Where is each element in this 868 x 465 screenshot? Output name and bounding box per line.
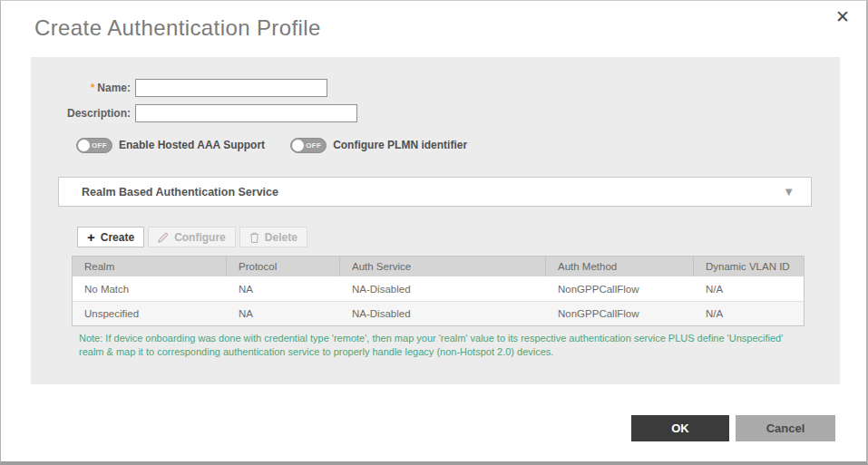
note-text: Note: If device onboarding was done with… (79, 332, 807, 358)
column-header-dynamic-vlan-id: Dynamic VLAN ID (694, 257, 805, 276)
cell-realm: Unspecified (73, 302, 227, 325)
toggle-knob (78, 140, 90, 151)
column-header-auth-method: Auth Method (546, 257, 694, 276)
hosted-aaa-label: Enable Hosted AAA Support (119, 139, 265, 151)
realm-section-title: Realm Based Authentication Service (82, 186, 278, 199)
cell-auth-service: NA-Disabled (340, 302, 546, 325)
cell-dynamic-vlan-id: N/A (694, 276, 805, 301)
table-row[interactable]: No Match NA NA-Disabled NonGPPCallFlow N… (73, 276, 804, 301)
column-header-protocol: Protocol (227, 257, 340, 276)
required-asterisk: * (91, 82, 95, 94)
configure-button-label: Configure (174, 231, 226, 244)
ok-button[interactable]: OK (631, 415, 729, 441)
pencil-icon (158, 232, 169, 243)
create-button-label: Create (101, 231, 134, 244)
cancel-button[interactable]: Cancel (736, 415, 835, 441)
table-header: Realm Protocol Auth Service Auth Method … (73, 257, 804, 276)
plmn-toggle-group: OFF Configure PLMN identifier (290, 138, 467, 153)
name-row: *Name: (31, 79, 327, 97)
plus-icon: + (87, 230, 95, 244)
cell-auth-method: NonGPPCallFlow (546, 302, 694, 325)
description-label: Description: (31, 107, 131, 120)
cell-protocol: NA (227, 276, 340, 301)
toggle-state-label: OFF (92, 141, 107, 150)
realm-table: Realm Protocol Auth Service Auth Method … (72, 256, 805, 326)
delete-button-label: Delete (265, 231, 297, 244)
realm-section-header[interactable]: Realm Based Authentication Service ▼ (58, 177, 812, 207)
configure-button[interactable]: Configure (148, 227, 236, 247)
column-header-realm: Realm (73, 257, 227, 276)
description-input[interactable] (135, 104, 357, 122)
cell-auth-service: NA-Disabled (340, 276, 546, 301)
page-title: Create Authentication Profile (34, 15, 321, 41)
table-row[interactable]: Unspecified NA NA-Disabled NonGPPCallFlo… (73, 301, 804, 325)
create-authentication-profile-dialog: Create Authentication Profile ✕ *Name: D… (0, 0, 868, 465)
hosted-aaa-toggle-group: OFF Enable Hosted AAA Support (76, 138, 265, 153)
close-icon[interactable]: ✕ (835, 8, 850, 25)
name-label: *Name: (31, 82, 131, 94)
hosted-aaa-toggle[interactable]: OFF (76, 138, 112, 153)
column-header-auth-service: Auth Service (340, 257, 546, 276)
toggles-row: OFF Enable Hosted AAA Support OFF Config… (76, 137, 467, 153)
realm-toolbar: + Create Configure Delete (77, 227, 311, 247)
plmn-toggle[interactable]: OFF (290, 138, 327, 153)
delete-button[interactable]: Delete (239, 227, 307, 247)
cell-auth-method: NonGPPCallFlow (546, 276, 694, 301)
trash-icon (249, 232, 259, 243)
cell-protocol: NA (227, 302, 340, 325)
name-input[interactable] (135, 79, 327, 97)
plmn-label: Configure PLMN identifier (333, 139, 467, 151)
create-button[interactable]: + Create (77, 227, 144, 247)
toggle-state-label: OFF (306, 141, 321, 150)
cell-realm: No Match (73, 276, 227, 301)
description-row: Description: (31, 104, 357, 122)
form-panel: *Name: Description: OFF Enable Hosted AA… (31, 57, 840, 384)
chevron-down-icon[interactable]: ▼ (783, 185, 795, 199)
toggle-knob (292, 140, 304, 151)
cell-dynamic-vlan-id: N/A (694, 302, 805, 325)
